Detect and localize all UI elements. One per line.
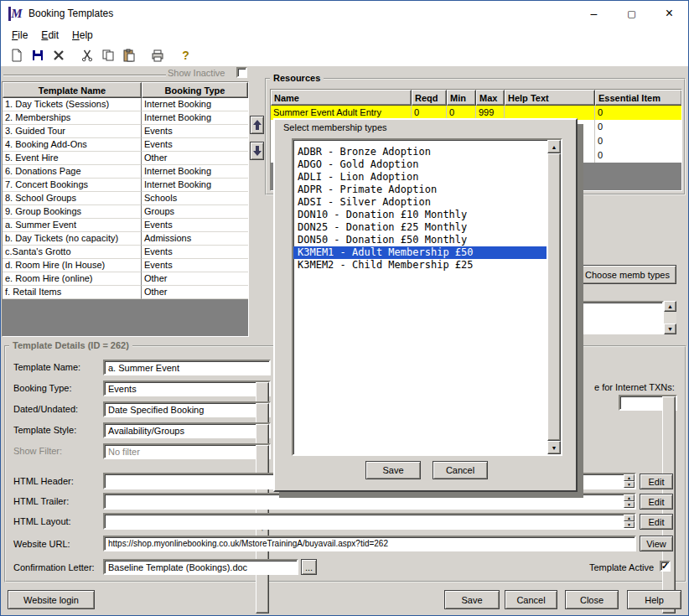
table-row[interactable]: d. Room Hire (In House)Events <box>3 259 248 272</box>
booking-type-cell: Other <box>142 286 248 299</box>
template-name-label: Template Name: <box>13 362 80 372</box>
table-row[interactable]: 5. Event HireOther <box>3 152 248 165</box>
scrollbar-thumb[interactable] <box>547 153 561 441</box>
move-down-button[interactable] <box>250 142 264 160</box>
table-row[interactable]: 1. Day Tickets (Sessions)Internet Bookin… <box>3 98 248 111</box>
dialog-save-button[interactable]: Save <box>365 461 421 479</box>
listbox-scrollbar[interactable]: ▲ ▼ <box>547 140 561 454</box>
resource-notes-box[interactable] <box>580 301 664 334</box>
table-row[interactable]: 6. Donations PageInternet Booking <box>3 165 248 179</box>
list-item[interactable]: ADGO - Gold Adoption <box>293 158 547 171</box>
table-row[interactable]: b. Day Tickets (no capacity)Admissions <box>3 232 248 246</box>
table-row[interactable]: a. Summer EventEvents <box>3 219 248 232</box>
table-row[interactable]: c.Santa's GrottoEvents <box>3 246 248 259</box>
list-item[interactable]: ADBR - Bronze Adoption <box>293 146 547 158</box>
html-layout-edit-button[interactable]: Edit <box>640 514 673 530</box>
html-header-spinner[interactable]: ▲ ▼ <box>624 474 635 488</box>
table-row[interactable]: 9. Group BookingsGroups <box>3 205 248 219</box>
table-row[interactable]: e. Room Hire (online)Other <box>3 272 248 286</box>
print-icon[interactable] <box>147 46 168 65</box>
booking-type-cell: Other <box>142 272 248 286</box>
dated-undated-select[interactable]: Date Specified Booking <box>103 401 271 417</box>
save-button[interactable]: Save <box>444 590 500 609</box>
column-header-help-text: Help Text <box>505 90 595 106</box>
save-icon[interactable] <box>27 46 48 65</box>
resources-table-header: Name Reqd Min Max Help Text Essential It… <box>271 90 681 106</box>
close-button[interactable]: Close <box>565 590 619 609</box>
table-row[interactable]: 3. Guided TourEvents <box>3 125 248 138</box>
website-url-label: Website URL: <box>13 539 70 549</box>
cancel-button[interactable]: Cancel <box>505 590 557 609</box>
website-login-button[interactable]: Website login <box>8 590 95 609</box>
template-style-select[interactable]: Availability/Groups <box>103 422 271 438</box>
copy-icon[interactable] <box>97 46 118 65</box>
cut-icon[interactable] <box>76 46 97 65</box>
list-item[interactable]: DON10 - Donation £10 Monthly <box>293 209 547 221</box>
template-active-checkbox[interactable]: ✓ <box>660 561 671 572</box>
html-trailer-edit-button[interactable]: Edit <box>640 494 673 510</box>
html-trailer-field[interactable] <box>103 493 636 510</box>
arrow-up-icon <box>253 120 262 130</box>
table-row[interactable]: 7. Concert BookingsInternet Booking <box>3 179 248 192</box>
website-url-view-button[interactable]: View <box>640 536 673 551</box>
delete-icon[interactable] <box>48 46 69 65</box>
notes-scrollbar[interactable]: ▲ ▼ <box>664 301 676 334</box>
list-item[interactable]: DON50 - Donation £50 Monthly <box>293 234 547 246</box>
move-up-button[interactable] <box>250 116 264 134</box>
booking-type-cell: Events <box>142 219 248 232</box>
booking-type-cell: Internet Booking <box>142 179 248 192</box>
booking-type-cell: Internet Booking <box>142 111 248 125</box>
show-inactive-checkbox[interactable] <box>236 67 247 78</box>
column-header-template-name: Template Name <box>3 82 142 98</box>
booking-type-cell: Internet Booking <box>142 165 248 179</box>
list-item[interactable]: ADPR - Primate Adoption <box>293 184 547 196</box>
spin-down-icon[interactable]: ▼ <box>624 501 635 508</box>
scroll-down-icon[interactable]: ▼ <box>547 441 561 454</box>
table-row[interactable]: 2. MembershipsInternet Booking <box>3 111 248 125</box>
html-header-edit-button[interactable]: Edit <box>640 474 673 489</box>
booking-type-select[interactable]: Events <box>103 380 271 396</box>
list-item[interactable]: ADSI - Silver Adoption <box>293 196 547 209</box>
list-item[interactable]: DON25 - Donation £25 Monthly <box>293 221 547 234</box>
table-row[interactable]: 8. School GroupsSchools <box>3 192 248 205</box>
html-trailer-spinner[interactable]: ▲ ▼ <box>624 494 635 508</box>
template-name-field[interactable]: a. Summer Event <box>103 360 271 375</box>
list-item-selected[interactable]: K3MEM1 - Adult Membership £50 <box>293 246 547 259</box>
paste-icon[interactable] <box>118 46 139 65</box>
spin-up-icon[interactable]: ▲ <box>624 494 635 501</box>
booking-type-cell: Events <box>142 138 248 152</box>
table-row[interactable]: 4. Booking Add-OnsEvents <box>3 138 248 152</box>
table-row[interactable]: f. Retail ItemsOther <box>3 286 248 299</box>
minimize-icon[interactable]: – <box>575 1 613 26</box>
confirmation-letter-browse-button[interactable]: ... <box>301 559 317 575</box>
dialog-cancel-button[interactable]: Cancel <box>433 461 488 479</box>
new-document-icon[interactable] <box>6 46 27 65</box>
show-inactive-label: Show Inactive <box>168 68 225 78</box>
resource-essential-cell: 0 <box>595 134 681 148</box>
resource-essential-cell: 0 <box>595 106 681 120</box>
scroll-up-icon[interactable]: ▲ <box>547 140 561 153</box>
spin-down-icon[interactable]: ▼ <box>624 521 635 528</box>
list-item[interactable]: K3MEM2 - Child Membership £25 <box>293 259 547 272</box>
close-icon[interactable]: × <box>650 1 688 26</box>
spin-up-icon[interactable]: ▲ <box>624 474 635 481</box>
scroll-down-icon[interactable]: ▼ <box>664 324 676 334</box>
booking-type-cell: Groups <box>142 205 248 219</box>
confirmation-letter-field[interactable]: Baseline Template (Bookings).doc <box>103 559 298 575</box>
template-name-cell: 7. Concert Bookings <box>3 179 142 192</box>
help-button[interactable]: Help <box>627 590 681 609</box>
scroll-up-icon[interactable]: ▲ <box>664 301 676 312</box>
html-layout-field[interactable] <box>103 513 636 530</box>
maximize-icon[interactable]: ▢ <box>613 1 650 26</box>
choose-memb-types-button[interactable]: Choose memb types <box>578 265 676 284</box>
website-url-field[interactable]: https://shop.myonlinebooking.co.uk/Mstor… <box>103 536 636 551</box>
menu-file[interactable]: File <box>5 28 34 43</box>
spin-down-icon[interactable]: ▼ <box>624 481 635 488</box>
html-layout-spinner[interactable]: ▲ ▼ <box>624 515 635 528</box>
column-header-min: Min <box>447 90 476 106</box>
menu-edit[interactable]: Edit <box>34 28 65 43</box>
help-icon[interactable]: ? <box>175 46 196 65</box>
list-item[interactable]: ADLI - Lion Adoption <box>293 171 547 184</box>
menu-help[interactable]: Help <box>65 28 100 43</box>
spin-up-icon[interactable]: ▲ <box>624 515 635 521</box>
